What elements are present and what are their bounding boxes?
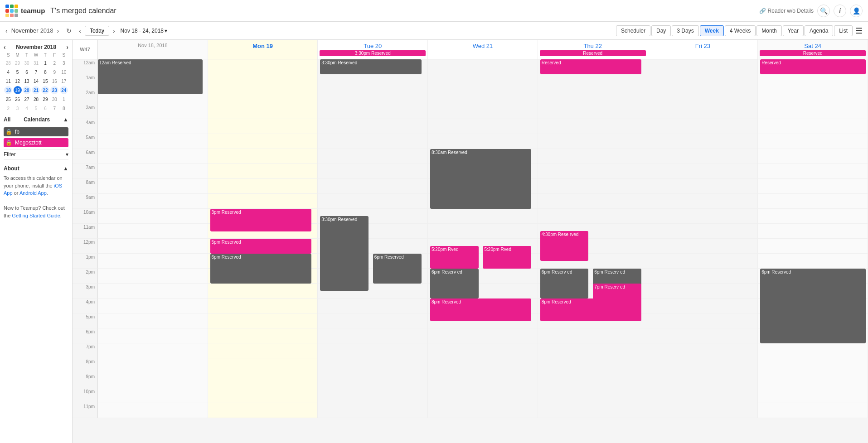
mini-cal-day[interactable]: 5	[32, 104, 40, 112]
calendar-event[interactable]: 8pm Reserved	[430, 299, 531, 321]
mini-cal-day[interactable]: 29	[41, 95, 49, 103]
mini-cal-day[interactable]: 31	[32, 59, 40, 67]
mini-cal-day[interactable]: 5	[14, 68, 22, 76]
mini-cal-day[interactable]: 3	[60, 59, 68, 67]
all-day-event[interactable]: Reserved	[540, 50, 646, 56]
mini-cal-day[interactable]: 9	[50, 68, 58, 76]
mini-cal-day[interactable]: 12	[14, 77, 22, 85]
mini-cal-day[interactable]: 14	[32, 77, 40, 85]
calendar-event[interactable]: 6pm Reserv ed	[430, 269, 479, 299]
calendar-fb[interactable]: 🔒 fb	[4, 127, 68, 136]
day-header-tue[interactable]: Tue 20 3:30pm Reserved	[318, 40, 428, 59]
calendar-event[interactable]: 8:30am Reserved	[430, 149, 531, 209]
mini-cal-day[interactable]: 20	[23, 86, 31, 94]
prev-month-arrow[interactable]: ‹	[4, 26, 10, 35]
mini-cal-day[interactable]: 6	[41, 104, 49, 112]
mini-cal-day[interactable]: 3	[14, 104, 22, 112]
next-month-arrow[interactable]: ›	[55, 26, 61, 35]
mini-cal-day[interactable]: 4	[23, 104, 31, 112]
calendar-event[interactable]: 12am Reserved	[98, 59, 203, 94]
calendar-megosztott[interactable]: 🔒 Megosztott	[4, 138, 68, 147]
mini-cal-day[interactable]: 23	[50, 86, 58, 94]
calendar-event[interactable]: 6pm Reserv ed	[540, 269, 589, 299]
all-day-event[interactable]: 3:30pm Reserved	[320, 50, 426, 56]
calendar-event[interactable]: 5pm Reserved	[210, 239, 311, 254]
about-header[interactable]: About ▲	[4, 165, 68, 172]
mini-cal-day[interactable]: 29	[14, 59, 22, 67]
search-button[interactable]: 🔍	[817, 5, 830, 17]
mini-cal-day[interactable]: 30	[50, 95, 58, 103]
mini-cal-day[interactable]: 7	[50, 104, 58, 112]
calendar-event[interactable]: 8pm Reserved	[540, 299, 641, 321]
date-range[interactable]: Nov 18 - 24, 2018 ▾	[121, 28, 167, 34]
view-scheduler[interactable]: Scheduler	[616, 25, 650, 36]
mini-cal-day[interactable]: 2	[4, 104, 12, 112]
reader-link[interactable]: 🔗 Reader w/o Details	[759, 8, 814, 14]
day-header-sun[interactable]: Nov 18, 2018	[98, 40, 208, 59]
user-button[interactable]: 👤	[850, 5, 863, 17]
view-3days[interactable]: 3 Days	[672, 25, 698, 36]
calendar-event[interactable]: 5:20pm Rved	[483, 246, 531, 269]
mini-cal-day[interactable]: 15	[41, 77, 49, 85]
mini-cal-day[interactable]: 21	[32, 86, 40, 94]
refresh-button[interactable]: ↻	[63, 24, 75, 37]
mini-cal-day[interactable]: 18	[4, 86, 12, 94]
view-year[interactable]: Year	[783, 25, 804, 36]
mini-cal-prev[interactable]: ‹	[4, 43, 6, 51]
mini-cal-day[interactable]: 30	[23, 59, 31, 67]
calendar-event[interactable]: 6pm Reserved	[210, 254, 311, 284]
info-button[interactable]: i	[834, 5, 846, 17]
guide-link[interactable]: Getting Started Guide	[12, 213, 60, 218]
day-header-wed[interactable]: Wed 21	[428, 40, 538, 59]
all-day-event[interactable]: Reserved	[760, 50, 866, 56]
collapse-icon[interactable]: ▲	[63, 116, 68, 123]
hamburger-button[interactable]: ☰	[853, 26, 864, 36]
mini-cal-day[interactable]: 1	[41, 59, 49, 67]
day-header-thu[interactable]: Thu 22 Reserved	[538, 40, 648, 59]
today-button[interactable]: Today	[85, 26, 109, 36]
view-agenda[interactable]: Agenda	[805, 25, 833, 36]
android-link[interactable]: Android App	[19, 190, 47, 196]
view-week[interactable]: Week	[700, 25, 724, 36]
mini-cal-day[interactable]: 10	[60, 68, 68, 76]
mini-cal-day[interactable]: 8	[60, 104, 68, 112]
calendar-event[interactable]: Reserved	[540, 59, 641, 74]
view-list[interactable]: List	[834, 25, 853, 36]
calendar-event[interactable]: 6pm Reserved	[373, 254, 422, 284]
calendar-event[interactable]: 4:30pm Rese rved	[540, 231, 589, 261]
day-header-mon[interactable]: Mon 19	[208, 40, 318, 59]
calendar-event[interactable]: 3:30pm Reserved	[320, 216, 369, 291]
mini-cal-day[interactable]: 11	[4, 77, 12, 85]
day-header-fri[interactable]: Fri 23	[648, 40, 758, 59]
mini-cal-day[interactable]: 8	[41, 68, 49, 76]
view-4weeks[interactable]: 4 Weeks	[725, 25, 756, 36]
mini-cal-day[interactable]: 17	[60, 77, 68, 85]
mini-cal-day[interactable]: 16	[50, 77, 58, 85]
mini-cal-day[interactable]: 25	[4, 95, 12, 103]
mini-cal-day[interactable]: 13	[23, 77, 31, 85]
prev-week-arrow[interactable]: ‹	[77, 26, 83, 35]
mini-cal-day[interactable]: 7	[32, 68, 40, 76]
mini-cal-day[interactable]: 6	[23, 68, 31, 76]
calendar-event[interactable]: Reserved	[760, 59, 866, 74]
mini-cal-day[interactable]: 4	[4, 68, 12, 76]
calendar-event[interactable]: 5:20pm Rved	[430, 246, 479, 269]
mini-cal-day[interactable]: 2	[50, 59, 58, 67]
view-month[interactable]: Month	[756, 25, 781, 36]
view-day[interactable]: Day	[651, 25, 671, 36]
time-grid-scroll[interactable]: 12am1am2am3am4am5am6am7am8am9am10am11am1…	[73, 59, 868, 443]
mini-cal-day[interactable]: 27	[23, 95, 31, 103]
mini-cal-day[interactable]: 24	[60, 86, 68, 94]
calendar-event[interactable]: 3pm Reserved	[210, 209, 311, 231]
day-header-sat[interactable]: Sat 24 Reserved	[758, 40, 868, 59]
mini-cal-day[interactable]: 22	[41, 86, 49, 94]
mini-cal-day[interactable]: 28	[32, 95, 40, 103]
next-week-arrow[interactable]: ›	[111, 26, 117, 35]
calendar-event[interactable]: 6pm Reserved	[760, 269, 866, 343]
logo[interactable]: teamup	[5, 5, 45, 17]
mini-cal-day[interactable]: 19	[14, 86, 22, 94]
mini-cal-day[interactable]: 28	[4, 59, 12, 67]
mini-cal-next[interactable]: ›	[66, 43, 68, 51]
mini-cal-day[interactable]: 26	[14, 95, 22, 103]
filter-header[interactable]: Filter ▾	[4, 149, 68, 160]
